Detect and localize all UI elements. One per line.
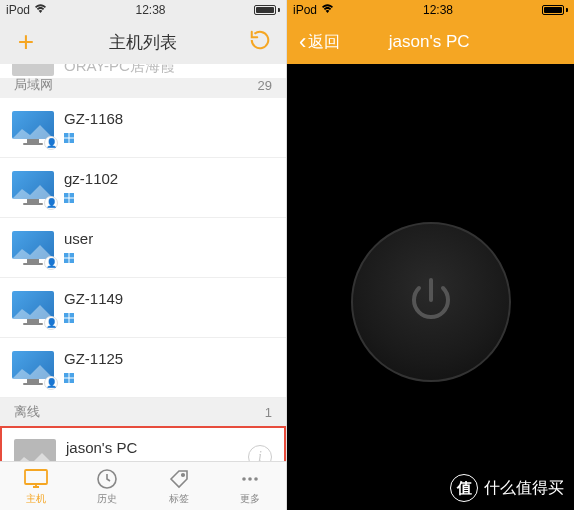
host-name-label: jason's PC [66, 439, 238, 456]
monitor-icon: 👤 [12, 231, 54, 267]
section-count: 1 [265, 405, 272, 420]
power-panel [287, 64, 574, 510]
svg-rect-13 [70, 313, 75, 318]
svg-rect-10 [64, 259, 69, 264]
tab-label: 标签 [169, 492, 189, 506]
windows-icon [64, 189, 274, 207]
user-badge-icon: 👤 [44, 376, 58, 390]
status-bar: iPod 12:38 [287, 0, 574, 20]
back-button[interactable]: ‹ 返回 [299, 29, 340, 55]
monitor-icon: 👤 [12, 351, 54, 387]
host-row[interactable]: 👤 GZ-1125 [0, 338, 286, 398]
watermark: 值 什么值得买 [450, 474, 564, 502]
svg-rect-15 [70, 319, 75, 324]
power-screen: iPod 12:38 ‹ 返回 jason's PC [287, 0, 574, 510]
host-row[interactable]: 👤 gz-1102 [0, 158, 286, 218]
windows-icon [64, 309, 274, 327]
nav-bar: ‹ 返回 jason's PC [287, 20, 574, 64]
tab-hosts[interactable]: 主机 [0, 462, 72, 510]
user-badge-icon: 👤 [44, 196, 58, 210]
power-icon [401, 270, 461, 334]
battery-icon [542, 5, 568, 15]
svg-rect-3 [70, 139, 75, 144]
refresh-button[interactable] [246, 29, 274, 55]
nav-title: 主机列表 [40, 31, 246, 54]
host-name-label: GZ-1125 [64, 350, 274, 367]
host-row[interactable]: 👤 GZ-1168 [0, 98, 286, 158]
add-button[interactable]: + [12, 28, 40, 56]
host-row[interactable]: jason's PC i [0, 426, 286, 461]
clock-icon [96, 467, 118, 491]
battery-icon [254, 5, 280, 15]
monitor-icon: 👤 [12, 111, 54, 147]
user-badge-icon: 👤 [44, 256, 58, 270]
status-bar: iPod 12:38 [0, 0, 286, 20]
user-badge-icon: 👤 [44, 316, 58, 330]
host-name-label: GZ-1149 [64, 290, 274, 307]
clock: 12:38 [136, 3, 166, 17]
svg-rect-17 [70, 373, 75, 378]
power-button[interactable] [351, 222, 511, 382]
monitor-icon [14, 439, 56, 461]
svg-rect-8 [64, 253, 69, 258]
svg-rect-9 [70, 253, 75, 258]
user-badge-icon: 👤 [44, 136, 58, 150]
tab-bar: 主机 历史 标签 更多 [0, 461, 286, 510]
svg-rect-0 [64, 133, 69, 138]
windows-icon [64, 369, 274, 387]
watermark-text: 什么值得买 [484, 478, 564, 499]
svg-point-27 [242, 477, 246, 481]
monitor-tab-icon [23, 467, 49, 491]
info-icon: i [258, 449, 262, 461]
nav-bar: + 主机列表 [0, 20, 286, 64]
chevron-left-icon: ‹ [299, 29, 306, 55]
svg-rect-14 [64, 319, 69, 324]
monitor-icon: 👤 [12, 171, 54, 207]
info-button[interactable]: i [248, 445, 272, 461]
wifi-icon [34, 3, 47, 17]
host-list[interactable]: ORAY-PC居海霞 局域网 29 👤 GZ-1168 [0, 64, 286, 461]
clock: 12:38 [423, 3, 453, 17]
section-label: 离线 [14, 403, 40, 421]
svg-rect-12 [64, 313, 69, 318]
tab-tags[interactable]: 标签 [143, 462, 215, 510]
tab-label: 主机 [26, 492, 46, 506]
tab-history[interactable]: 历史 [72, 462, 144, 510]
section-count: 29 [258, 78, 272, 93]
host-row[interactable]: 👤 GZ-1149 [0, 278, 286, 338]
svg-point-26 [181, 473, 184, 476]
section-label: 局域网 [14, 76, 53, 94]
monitor-icon: 👤 [12, 291, 54, 327]
wifi-icon [321, 3, 334, 17]
host-name-label: GZ-1168 [64, 110, 274, 127]
svg-rect-24 [25, 470, 47, 484]
windows-icon [64, 129, 274, 147]
section-header-offline: 离线 1 [0, 398, 286, 426]
svg-point-28 [248, 477, 252, 481]
svg-point-29 [254, 477, 258, 481]
tab-label: 更多 [240, 492, 260, 506]
section-header-online: 局域网 29 [0, 78, 286, 98]
device-label: iPod [6, 3, 30, 17]
svg-rect-5 [70, 193, 75, 198]
svg-rect-4 [64, 193, 69, 198]
tab-more[interactable]: 更多 [215, 462, 287, 510]
svg-rect-1 [70, 133, 75, 138]
tab-label: 历史 [97, 492, 117, 506]
plus-icon: + [18, 28, 34, 56]
svg-rect-18 [64, 379, 69, 384]
nav-title: jason's PC [340, 32, 518, 52]
svg-rect-6 [64, 199, 69, 204]
svg-rect-16 [64, 373, 69, 378]
tag-icon [168, 467, 190, 491]
svg-rect-19 [70, 379, 75, 384]
svg-rect-2 [64, 139, 69, 144]
host-row[interactable]: 👤 user [0, 218, 286, 278]
host-name-label: ORAY-PC居海霞 [64, 64, 175, 76]
back-label: 返回 [308, 32, 340, 53]
refresh-icon [249, 29, 271, 55]
host-name-label: user [64, 230, 274, 247]
host-list-screen: iPod 12:38 + 主机列表 [0, 0, 287, 510]
device-label: iPod [293, 3, 317, 17]
more-icon [239, 467, 261, 491]
